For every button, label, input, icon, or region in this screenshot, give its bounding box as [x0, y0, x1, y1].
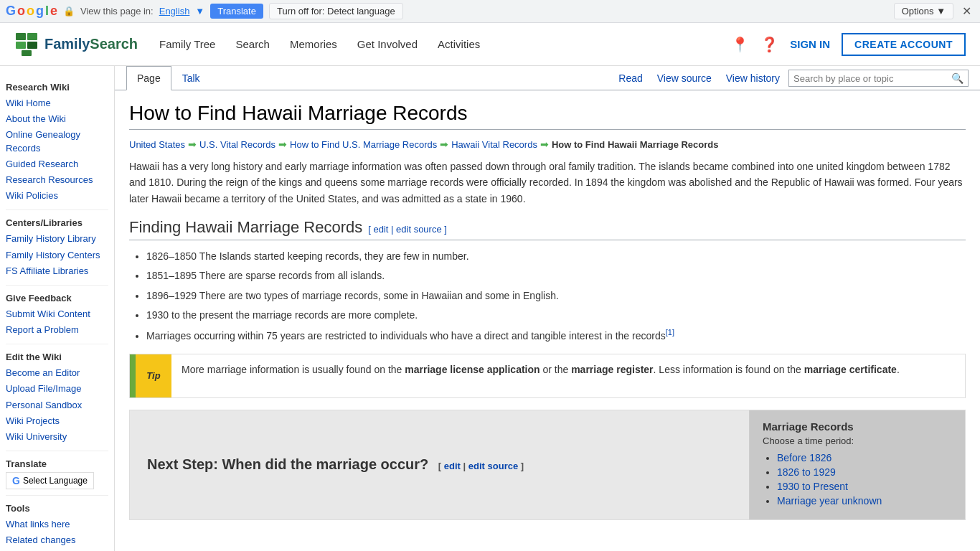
period-unknown[interactable]: Marriage year unknown: [777, 495, 882, 507]
translate-widget: G Select Language: [6, 472, 108, 489]
next-step-edit-source-link[interactable]: edit source: [468, 461, 518, 471]
breadcrumb-vital[interactable]: U.S. Vital Records: [199, 139, 275, 150]
turnoff-button[interactable]: Turn off for: Detect language: [269, 3, 403, 19]
breadcrumb-us-marriage[interactable]: How to Find U.S. Marriage Records: [290, 139, 437, 150]
view-page-text: View this page in:: [80, 6, 154, 17]
list-item: 1930 to Present: [777, 481, 952, 492]
sidebar-item-what-links[interactable]: What links here: [6, 517, 108, 532]
sign-in-button[interactable]: SIGN IN: [790, 38, 830, 50]
tab-view-source[interactable]: View source: [651, 70, 717, 87]
bottom-table: Next Step: When did the marriage occur? …: [129, 410, 966, 520]
sidebar-item-affiliate[interactable]: FS Affiliate Libraries: [6, 263, 108, 279]
sidebar-item-sandbox[interactable]: Personal Sandbox: [6, 397, 108, 413]
bottom-left-cell: Next Step: When did the marriage occur? …: [130, 410, 750, 519]
language-link[interactable]: English: [159, 6, 190, 17]
period-1930-present[interactable]: 1930 to Present: [777, 481, 848, 492]
tip-bold-2: marriage register: [571, 364, 653, 375]
nav-get-involved[interactable]: Get Involved: [357, 38, 418, 50]
logo-link[interactable]: FamilySearch: [14, 32, 138, 57]
list-item: 1826–1850 The Islands started keeping re…: [146, 248, 966, 265]
breadcrumb: United States ➡ U.S. Vital Records ➡ How…: [129, 138, 966, 150]
sidebar-item-resources[interactable]: Research Resources: [6, 172, 108, 188]
sidebar-translate-title: Translate: [6, 458, 108, 469]
sidebar-divider-4: [6, 451, 108, 451]
translate-bar: Google 🔒 View this page in: English▼ Tra…: [0, 0, 980, 23]
list-item: Marriages occurring within 75 years are …: [146, 326, 966, 345]
help-icon[interactable]: ❓: [760, 36, 778, 53]
breadcrumb-arrow-4: ➡: [540, 138, 549, 150]
svg-rect-2: [16, 42, 26, 49]
location-icon[interactable]: 📍: [731, 36, 749, 53]
period-list: Before 1826 1826 to 1929 1930 to Present…: [777, 452, 952, 507]
sidebar-item-guided[interactable]: Guided Research: [6, 156, 108, 172]
create-account-button[interactable]: CREATE ACCOUNT: [842, 33, 966, 56]
edit-link[interactable]: edit: [373, 224, 388, 235]
article-intro: Hawaii has a very long history and early…: [129, 159, 966, 207]
nav-activities[interactable]: Activities: [438, 38, 480, 50]
sidebar-item-wiki-home[interactable]: Wiki Home: [6, 95, 108, 111]
edit-source-link[interactable]: edit source: [396, 224, 442, 235]
select-language-button[interactable]: G Select Language: [6, 472, 94, 489]
list-item: 1930 to the present the marriage records…: [146, 306, 966, 324]
next-step-edit-link[interactable]: edit: [444, 461, 461, 471]
sidebar-item-report[interactable]: Report a Problem: [6, 322, 108, 338]
translate-button[interactable]: Translate: [210, 4, 263, 19]
content-area: Page Talk Read View source View history …: [115, 66, 980, 551]
search-input[interactable]: [793, 73, 951, 84]
nav-search[interactable]: Search: [235, 38, 270, 50]
list-item: 1896–1929 There are two types of marriag…: [146, 287, 966, 305]
close-button[interactable]: ✕: [959, 4, 974, 18]
article-content: How to Find Hawaii Marriage Records Unit…: [115, 90, 980, 532]
nav-links: Family Tree Search Memories Get Involved…: [159, 38, 731, 50]
finding-title-text: Finding Hawaii Marriage Records: [129, 218, 362, 237]
page-layout: Research Wiki Wiki Home About the Wiki O…: [0, 66, 980, 551]
breadcrumb-us[interactable]: United States: [129, 139, 185, 150]
main-nav: FamilySearch Family Tree Search Memories…: [0, 23, 980, 66]
sidebar-item-about[interactable]: About the Wiki: [6, 111, 108, 127]
tip-box: Tip More marriage information is usually…: [129, 354, 966, 398]
section-edit: [ edit | edit source ]: [368, 224, 447, 235]
next-step-title: Next Step: When did the marriage occur? …: [147, 456, 524, 473]
sidebar-item-policies[interactable]: Wiki Policies: [6, 188, 108, 204]
tab-talk[interactable]: Talk: [171, 66, 211, 90]
period-before-1826[interactable]: Before 1826: [777, 452, 831, 463]
tab-page[interactable]: Page: [126, 66, 171, 90]
logo-text: FamilySearch: [44, 36, 138, 52]
sidebar-item-projects[interactable]: Wiki Projects: [6, 413, 108, 429]
breadcrumb-hawaii-vital[interactable]: Hawaii Vital Records: [451, 139, 537, 150]
search-button[interactable]: 🔍: [951, 72, 963, 84]
tab-read[interactable]: Read: [613, 70, 648, 87]
select-language-label: Select Language: [23, 476, 88, 486]
tip-text-content: More marriage information is usually fou…: [171, 354, 965, 385]
sidebar-tools-title: Tools: [6, 503, 108, 514]
list-item: 1826 to 1929: [777, 466, 952, 478]
sidebar: Research Wiki Wiki Home About the Wiki O…: [0, 66, 115, 551]
nav-memories[interactable]: Memories: [290, 38, 337, 50]
page-tabs: Page Talk Read View source View history …: [115, 66, 980, 90]
next-step-edit: [ edit | edit source ]: [438, 461, 524, 471]
breadcrumb-arrow-3: ➡: [440, 138, 448, 150]
sidebar-item-fhc[interactable]: Family History Centers: [6, 248, 108, 263]
tip-bold-3: marriage certificate: [804, 364, 897, 375]
sidebar-item-submit[interactable]: Submit Wiki Content: [6, 306, 108, 322]
period-1826-1929[interactable]: 1826 to 1929: [777, 466, 836, 478]
google-logo: Google: [6, 4, 57, 19]
sidebar-item-fhl[interactable]: Family History Library: [6, 231, 108, 247]
sidebar-item-genealogy[interactable]: Online Genealogy Records: [6, 127, 108, 156]
sidebar-item-upload[interactable]: Upload File/Image: [6, 381, 108, 397]
tip-bold-1: marriage license application: [405, 364, 540, 375]
lock-icon: 🔒: [63, 6, 75, 17]
tip-icon: Tip: [136, 354, 171, 397]
tab-view-history[interactable]: View history: [720, 70, 786, 87]
sidebar-item-related-changes[interactable]: Related changes: [6, 532, 108, 548]
logo-svg: [14, 32, 40, 57]
sidebar-divider-5: [6, 495, 108, 496]
sidebar-item-become-editor[interactable]: Become an Editor: [6, 365, 108, 381]
options-button[interactable]: Options ▼: [894, 3, 953, 19]
sidebar-item-university[interactable]: Wiki University: [6, 429, 108, 445]
language-dropdown[interactable]: ▼: [195, 6, 204, 17]
nav-family-tree[interactable]: Family Tree: [159, 38, 215, 50]
search-box: 🔍: [788, 70, 969, 87]
breadcrumb-arrow-1: ➡: [188, 138, 197, 150]
breadcrumb-current: How to Find Hawaii Marriage Records: [552, 139, 719, 150]
